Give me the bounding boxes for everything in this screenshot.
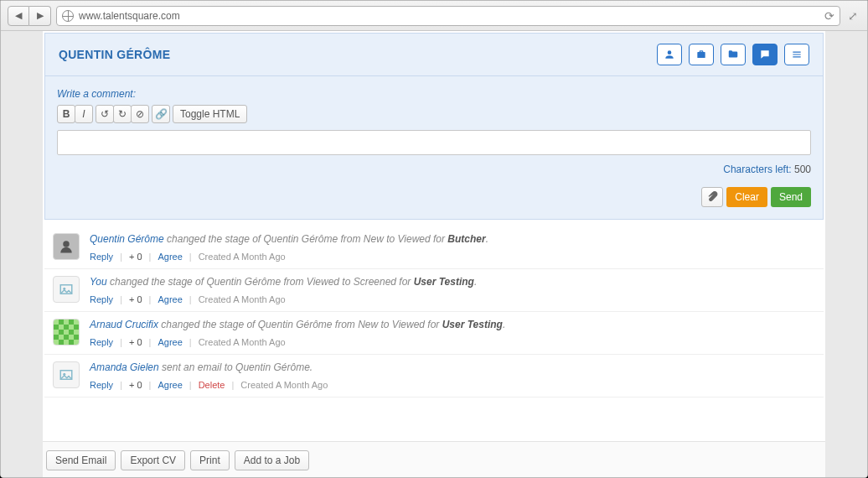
- image-placeholder-icon: [59, 282, 74, 297]
- tab-profile[interactable]: [657, 44, 682, 65]
- activity-meta: Reply|+ 0|Agree|Delete|Created A Month A…: [90, 380, 815, 390]
- activity-meta: Reply|+ 0|Agree|Created A Month Ago: [90, 337, 815, 347]
- back-button[interactable]: ◀: [8, 6, 29, 26]
- browser-toolbar: ◀ ▶ www.talentsquare.com ⟳ ⤢: [1, 1, 867, 31]
- tab-menu[interactable]: [784, 44, 809, 65]
- activity-item: Arnaud Crucifix changed the stage of Que…: [44, 312, 824, 355]
- paperclip-icon: [706, 191, 718, 203]
- avatar: [53, 319, 80, 346]
- actor-name[interactable]: Amanda Gielen: [90, 361, 159, 373]
- image-placeholder-icon: [59, 367, 74, 382]
- avatar: [53, 233, 80, 260]
- globe-icon: [62, 10, 74, 22]
- composer-label: Write a comment:: [57, 88, 811, 100]
- tab-attachments[interactable]: [689, 44, 714, 65]
- created-label: Created A Month Ago: [240, 380, 328, 390]
- export-cv-button[interactable]: Export CV: [121, 450, 185, 470]
- vote-count: + 0: [129, 337, 142, 347]
- avatar: [53, 361, 80, 388]
- footer-bar: Send Email Export CV Print Add to a Job: [43, 441, 825, 477]
- avatar: [53, 276, 80, 303]
- page-title: QUENTIN GÉRÔME: [59, 48, 170, 61]
- activity-text: You changed the stage of Quentin Gérôme …: [90, 276, 815, 288]
- chat-icon: [759, 49, 771, 60]
- char-counter: Characters left: 500: [57, 164, 811, 175]
- user-icon: [664, 49, 675, 60]
- delete-link[interactable]: Delete: [199, 380, 225, 390]
- tab-files[interactable]: [721, 44, 746, 65]
- attach-button[interactable]: [701, 187, 723, 207]
- print-button[interactable]: Print: [190, 450, 230, 470]
- reply-link[interactable]: Reply: [90, 380, 113, 390]
- user-avatar-icon: [59, 239, 74, 254]
- svg-point-0: [63, 241, 70, 247]
- link-button[interactable]: 🔗: [152, 105, 170, 123]
- add-to-job-button[interactable]: Add to a Job: [235, 450, 309, 470]
- agree-link[interactable]: Agree: [158, 294, 182, 304]
- vote-count: + 0: [129, 294, 142, 304]
- activity-meta: Reply|+ 0|Agree|Created A Month Ago: [90, 294, 815, 304]
- send-email-button[interactable]: Send Email: [46, 450, 116, 470]
- actor-name[interactable]: You: [90, 276, 107, 288]
- folder-icon: [727, 49, 739, 60]
- undo-button[interactable]: ↺: [96, 105, 114, 123]
- format-toolbar: B I ↺ ↻ ⊘ 🔗 Toggle HTML: [57, 105, 811, 123]
- actor-name[interactable]: Arnaud Crucifix: [90, 319, 158, 330]
- created-label: Created A Month Ago: [199, 337, 286, 347]
- nav-buttons: ◀ ▶: [8, 6, 51, 26]
- activity-text: Quentin Gérôme changed the stage of Quen…: [90, 233, 815, 245]
- clear-format-button[interactable]: ⊘: [131, 105, 149, 123]
- reply-link[interactable]: Reply: [90, 337, 113, 347]
- activity-text: Arnaud Crucifix changed the stage of Que…: [90, 319, 815, 330]
- clear-button[interactable]: Clear: [726, 187, 767, 207]
- forward-button[interactable]: ▶: [29, 6, 51, 26]
- activity-item: Amanda Gielen sent an email to Quentin G…: [44, 355, 824, 397]
- agree-link[interactable]: Agree: [158, 337, 182, 347]
- agree-link[interactable]: Agree: [158, 252, 182, 262]
- created-label: Created A Month Ago: [199, 294, 286, 304]
- italic-button[interactable]: I: [75, 105, 93, 123]
- bold-button[interactable]: B: [57, 105, 75, 123]
- redo-button[interactable]: ↻: [113, 105, 132, 123]
- activity-text: Amanda Gielen sent an email to Quentin G…: [90, 361, 815, 373]
- url-bar[interactable]: www.talentsquare.com ⟳: [56, 6, 840, 26]
- reply-link[interactable]: Reply: [90, 252, 113, 262]
- url-text: www.talentsquare.com: [79, 10, 819, 22]
- comment-composer: Write a comment: B I ↺ ↻ ⊘ 🔗 Toggle HTML: [44, 75, 824, 220]
- expand-icon[interactable]: ⤢: [845, 8, 860, 23]
- send-button[interactable]: Send: [771, 187, 811, 207]
- toggle-html-button[interactable]: Toggle HTML: [173, 105, 247, 123]
- activity-meta: Reply|+ 0|Agree|Created A Month Ago: [90, 252, 815, 262]
- tab-bar: [657, 44, 809, 65]
- briefcase-icon: [695, 49, 707, 60]
- tab-comments[interactable]: [752, 44, 778, 65]
- agree-link[interactable]: Agree: [158, 380, 182, 390]
- actor-name[interactable]: Quentin Gérôme: [90, 233, 164, 245]
- vote-count: + 0: [129, 380, 142, 390]
- comment-input[interactable]: [57, 130, 811, 155]
- page-header: QUENTIN GÉRÔME: [44, 33, 824, 75]
- created-label: Created A Month Ago: [199, 252, 286, 262]
- vote-count: + 0: [129, 252, 142, 262]
- activity-item: Quentin Gérôme changed the stage of Quen…: [44, 226, 824, 269]
- reply-link[interactable]: Reply: [90, 294, 113, 304]
- reload-icon[interactable]: ⟳: [824, 9, 834, 23]
- menu-icon: [791, 49, 803, 60]
- activity-item: You changed the stage of Quentin Gérôme …: [44, 269, 824, 312]
- activity-feed: Quentin Gérôme changed the stage of Quen…: [44, 226, 824, 397]
